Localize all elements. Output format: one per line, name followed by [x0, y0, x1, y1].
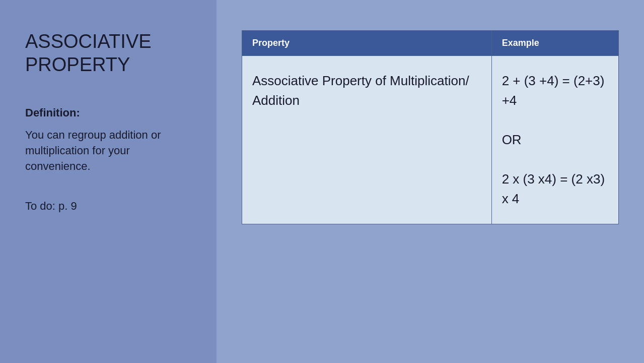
main-title: ASSOCIATIVE PROPERTY: [25, 30, 191, 76]
definition-text: You can regroup addition or multiplicati…: [25, 128, 191, 174]
todo-text: To do: p. 9: [25, 200, 191, 213]
example-cell: 2 + (3 +4) = (2+3) +4OR2 x (3 x4) = (2 x…: [491, 56, 618, 224]
property-cell-text: Associative Property of Multiplication/ …: [252, 73, 469, 108]
col-header-example: Example: [491, 31, 618, 56]
col-header-property: Property: [242, 31, 492, 56]
right-panel: Property Example Associative Property of…: [217, 0, 644, 363]
property-table: Property Example Associative Property of…: [242, 30, 619, 224]
table-row: Associative Property of Multiplication/ …: [242, 56, 619, 224]
definition-label: Definition:: [25, 106, 191, 119]
property-cell: Associative Property of Multiplication/ …: [242, 56, 492, 224]
left-panel: ASSOCIATIVE PROPERTY Definition: You can…: [0, 0, 217, 363]
